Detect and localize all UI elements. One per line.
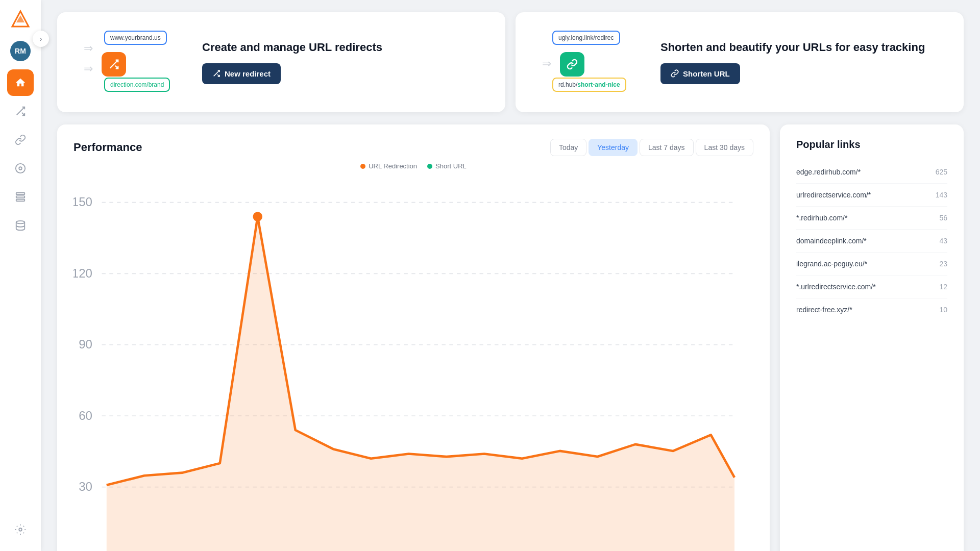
sidebar-item-home[interactable] [7,69,34,96]
popular-link-item[interactable]: *.redirhub.com/* 56 [796,207,947,230]
performance-tabs: Today Yesterday Last 7 days Last 30 days [550,139,753,156]
shorten-icon-badge [560,52,584,77]
tab-last7[interactable]: Last 7 days [640,139,694,156]
shorten-url-button[interactable]: Shorten URL [660,63,740,84]
shorten-illustration: ugly.long.link/redirec ⇒ rd.hub/short-an… [532,27,644,98]
popular-links-title: Popular links [796,139,947,151]
svg-rect-5 [16,193,25,195]
tab-today[interactable]: Today [550,139,586,156]
legend-url-redirection: URL Redirection [360,162,417,170]
sidebar-item-database[interactable] [7,212,34,239]
redirect-illustration: www.yourbrand.us ⇒ ⇒ direction.com/brand [74,27,186,98]
popular-link-url: redirect-free.xyz/* [796,306,852,314]
svg-text:120: 120 [74,266,92,280]
svg-marker-20 [107,217,734,551]
svg-point-8 [16,221,25,224]
popular-link-url: domaindeeplink.com/* [796,237,867,245]
illus-shorten-arrow: ⇒ [542,57,551,70]
popular-link-url: urlredirectservice.com/* [796,191,871,199]
shorten-card-title: Shorten and beautify your URLs for easy … [660,40,947,55]
popular-link-item[interactable]: redirect-free.xyz/* 10 [796,298,947,321]
performance-title: Performance [74,141,142,154]
svg-rect-6 [16,196,25,198]
legend-dot-orange [360,164,365,169]
performance-header: Performance Today Yesterday Last 7 days … [74,139,753,156]
sidebar-item-layers[interactable] [7,184,34,210]
illus-short-url: rd.hub/short-and-nice [552,78,626,92]
popular-link-url: *.urlredirectservice.com/* [796,283,876,291]
illus-source-url: www.yourbrand.us [104,31,167,45]
sidebar: RM [0,0,41,551]
popular-link-count: 12 [939,283,947,291]
bottom-row: Performance Today Yesterday Last 7 days … [57,124,964,551]
popular-link-url: edge.redirhub.com/* [796,168,861,176]
sidebar-collapse-button[interactable]: › [33,31,49,47]
redirect-card: www.yourbrand.us ⇒ ⇒ direction.com/brand… [57,12,505,112]
performance-card: Performance Today Yesterday Last 7 days … [57,124,770,551]
popular-link-url: ilegrand.ac-peguy.eu/* [796,260,867,268]
chart-svg: 150 120 90 60 30 [74,174,753,551]
svg-text:150: 150 [74,195,92,209]
popular-links-card: Popular links edge.redirhub.com/* 625 ur… [780,124,964,551]
popular-link-item[interactable]: *.urlredirectservice.com/* 12 [796,276,947,298]
sidebar-item-settings[interactable] [7,516,34,543]
popular-link-url: *.redirhub.com/* [796,214,847,222]
popular-link-item[interactable]: urlredirectservice.com/* 143 [796,184,947,207]
illus-long-url: ugly.long.link/redirec [552,31,620,45]
legend-short-url: Short URL [427,162,467,170]
main-content: www.yourbrand.us ⇒ ⇒ direction.com/brand… [41,0,980,551]
performance-chart: 150 120 90 60 30 [74,174,753,551]
illus-arrow-1: ⇒ [84,42,93,55]
svg-text:60: 60 [79,409,92,422]
svg-point-9 [19,528,22,531]
popular-link-count: 23 [939,260,947,268]
svg-rect-7 [16,199,25,202]
sidebar-item-tracking[interactable] [7,155,34,182]
shorten-card-content: Shorten and beautify your URLs for easy … [660,40,947,84]
sidebar-item-redirect[interactable] [7,98,34,124]
illus-dest-url: direction.com/brand [104,78,170,92]
illus-arrow-2: ⇒ [84,62,93,76]
user-avatar[interactable]: RM [10,41,31,61]
tab-yesterday[interactable]: Yesterday [589,139,638,156]
svg-point-21 [253,212,263,221]
sidebar-nav [7,69,34,512]
svg-text:30: 30 [79,480,92,493]
hero-cards-row: www.yourbrand.us ⇒ ⇒ direction.com/brand… [57,12,964,112]
tab-last30[interactable]: Last 30 days [696,139,753,156]
svg-point-3 [16,164,25,173]
shorten-card: ugly.long.link/redirec ⇒ rd.hub/short-an… [516,12,964,112]
redirect-card-title: Create and manage URL redirects [202,40,489,55]
popular-link-item[interactable]: domaindeeplink.com/* 43 [796,230,947,253]
popular-link-item[interactable]: ilegrand.ac-peguy.eu/* 23 [796,253,947,276]
popular-link-item[interactable]: edge.redirhub.com/* 625 [796,161,947,184]
legend-dot-green [427,164,432,169]
popular-link-count: 56 [939,214,947,222]
svg-point-4 [19,167,22,170]
popular-link-count: 10 [939,306,947,314]
redirect-card-content: Create and manage URL redirects New redi… [202,40,489,84]
popular-links-list: edge.redirhub.com/* 625 urlredirectservi… [796,161,947,321]
sidebar-item-links[interactable] [7,127,34,153]
svg-text:90: 90 [79,337,92,351]
popular-link-count: 43 [939,237,947,245]
chart-legend: URL Redirection Short URL [74,162,753,170]
popular-link-count: 143 [936,191,947,199]
redirect-icon-badge [102,52,126,77]
new-redirect-button[interactable]: New redirect [202,63,281,84]
app-logo [9,8,32,31]
popular-link-count: 625 [936,168,947,176]
